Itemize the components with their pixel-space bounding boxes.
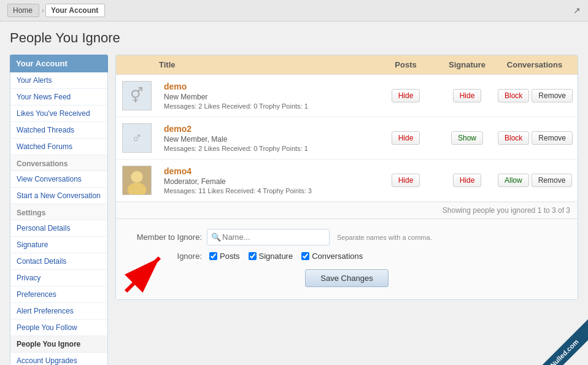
checkbox-conversations[interactable]: Conversations — [301, 252, 363, 261]
th-conversations: Conversations — [498, 60, 571, 69]
user-name: demo2 — [164, 124, 375, 134]
table-row: ⚥ demo New Member Messages: 2 Likes Rece… — [116, 75, 578, 117]
sidebar-item-signature[interactable]: Signature — [10, 237, 107, 253]
posts-hide-button[interactable]: Hide — [392, 174, 420, 187]
sig-show-button[interactable]: Show — [451, 131, 483, 145]
breadcrumb-current[interactable]: Your Account — [45, 4, 105, 17]
save-row: Save Changes — [128, 269, 565, 287]
sidebar-group-conversations: Conversations — [10, 155, 107, 171]
user-stats: Messages: 2 Likes Received: 0 Trophy Poi… — [164, 145, 375, 152]
user-name: demo — [164, 82, 375, 91]
avatar: ♂ — [122, 123, 152, 153]
ignore-label: Ignore: — [128, 252, 202, 261]
sidebar-item-personal-details[interactable]: Personal Details — [10, 220, 107, 237]
th-posts: Posts — [375, 60, 436, 69]
sig-hide-button[interactable]: Hide — [453, 174, 482, 187]
user-role: Moderator, Female — [164, 177, 375, 186]
sig-action: Hide — [436, 174, 498, 187]
sidebar-item-likes[interactable]: Likes You've Received — [10, 106, 107, 122]
conv-allow-button[interactable]: Allow — [498, 174, 529, 187]
sidebar-item-alerts[interactable]: Your Alerts — [10, 72, 107, 89]
search-icon: 🔍 — [211, 232, 221, 242]
conv-block-button[interactable]: Block — [498, 131, 529, 145]
name-input[interactable] — [207, 229, 330, 245]
sig-hide-button[interactable]: Hide — [453, 89, 482, 102]
sidebar-item-preferences[interactable]: Preferences — [10, 286, 107, 303]
avatar — [122, 166, 152, 195]
sidebar-item-privacy[interactable]: Privacy — [10, 270, 107, 286]
checkbox-conversations-input[interactable] — [301, 252, 309, 260]
user-info: demo New Member Messages: 2 Likes Receiv… — [159, 82, 375, 110]
user-info: demo4 Moderator, Female Messages: 11 Lik… — [159, 166, 375, 194]
save-button[interactable]: Save Changes — [305, 269, 388, 287]
posts-action: Hide — [375, 131, 436, 145]
sidebar-item-watched-threads[interactable]: Watched Threads — [10, 122, 107, 139]
svg-point-1 — [131, 171, 142, 183]
search-input-wrap: 🔍 — [207, 229, 330, 245]
sidebar-group-settings: Settings — [10, 204, 107, 220]
avatar-image — [123, 166, 151, 195]
checkbox-conversations-label: Conversations — [312, 252, 363, 261]
sig-action: Hide — [436, 89, 498, 102]
sidebar-item-view-conversations[interactable]: View Conversations — [10, 171, 107, 188]
conv-action: Block Remove — [498, 89, 571, 102]
checkbox-posts-input[interactable] — [209, 252, 217, 260]
th-signature: Signature — [436, 60, 498, 69]
user-role: New Member, Male — [164, 135, 375, 144]
avatar: ⚥ — [122, 81, 152, 110]
checkbox-posts-label: Posts — [220, 252, 240, 261]
main-content: Title Posts Signature Conversations ⚥ de… — [115, 55, 578, 300]
sidebar-item-watched-forums[interactable]: Watched Forums — [10, 139, 107, 155]
external-link-icon[interactable]: ↗ — [573, 6, 581, 15]
separate-hint: Separate names with a comma. — [337, 234, 432, 241]
sidebar-item-contact-details[interactable]: Contact Details — [10, 253, 107, 270]
breadcrumb-bar: Home › Your Account ↗ — [0, 0, 588, 21]
avatar-icon: ♂ — [131, 129, 142, 147]
breadcrumb: Home › Your Account — [7, 4, 106, 17]
posts-hide-button[interactable]: Hide — [392, 89, 420, 102]
remove-button[interactable]: Remove — [532, 174, 573, 187]
breadcrumb-home[interactable]: Home — [7, 4, 39, 17]
remove-button[interactable]: Remove — [532, 131, 573, 145]
remove-button[interactable]: Remove — [532, 89, 573, 102]
checkbox-signature[interactable]: Signature — [249, 252, 293, 261]
breadcrumb-separator: › — [42, 6, 44, 15]
member-ignore-label: Member to Ignore: — [128, 232, 202, 242]
th-avatar — [122, 60, 159, 69]
checkbox-signature-label: Signature — [259, 252, 293, 261]
content-layout: Your Account Your Alerts Your News Feed … — [10, 55, 578, 365]
user-stats: Messages: 2 Likes Received: 0 Trophy Poi… — [164, 102, 375, 110]
checkbox-signature-input[interactable] — [249, 252, 257, 260]
sidebar-item-people-follow[interactable]: People You Follow — [10, 320, 107, 336]
user-name: demo4 — [164, 166, 375, 176]
sidebar-item-new-conversation[interactable]: Start a New Conversation — [10, 188, 107, 204]
sidebar-item-alert-preferences[interactable]: Alert Preferences — [10, 303, 107, 320]
posts-action: Hide — [375, 89, 436, 102]
posts-action: Hide — [375, 174, 436, 187]
page-title: People You Ignore — [10, 30, 578, 46]
conv-block-button[interactable]: Block — [498, 89, 529, 102]
checkbox-posts[interactable]: Posts — [209, 252, 240, 261]
avatar-icon: ⚥ — [130, 87, 144, 104]
conv-action: Block Remove — [498, 131, 571, 145]
member-ignore-row: Member to Ignore: 🔍 Separate names with … — [128, 229, 565, 245]
table-row: demo4 Moderator, Female Messages: 11 Lik… — [116, 159, 578, 202]
bottom-form: Member to Ignore: 🔍 Separate names with … — [116, 218, 578, 299]
user-role: New Member — [164, 93, 375, 101]
table-row: ♂ demo2 New Member, Male Messages: 2 Lik… — [116, 117, 578, 159]
user-info: demo2 New Member, Male Messages: 2 Likes… — [159, 124, 375, 152]
conv-action: Allow Remove — [498, 174, 571, 187]
user-stats: Messages: 11 Likes Received: 4 Trophy Po… — [164, 187, 375, 194]
posts-hide-button[interactable]: Hide — [392, 131, 420, 145]
sidebar: Your Account Your Alerts Your News Feed … — [10, 55, 108, 365]
page-wrapper: People You Ignore Your Account Your Aler… — [0, 21, 588, 365]
checkbox-group: Posts Signature Conversations — [209, 252, 363, 261]
th-title: Title — [159, 60, 375, 69]
sidebar-item-account-upgrades[interactable]: Account Upgrades — [10, 353, 107, 365]
table-header: Title Posts Signature Conversations — [116, 55, 578, 75]
sig-action: Show — [436, 131, 498, 145]
sidebar-items-main: Your Alerts Your News Feed Likes You've … — [10, 72, 108, 365]
sidebar-header: Your Account — [10, 55, 108, 72]
sidebar-item-newsfeed[interactable]: Your News Feed — [10, 89, 107, 106]
sidebar-item-people-ignore[interactable]: People You Ignore — [10, 336, 107, 353]
